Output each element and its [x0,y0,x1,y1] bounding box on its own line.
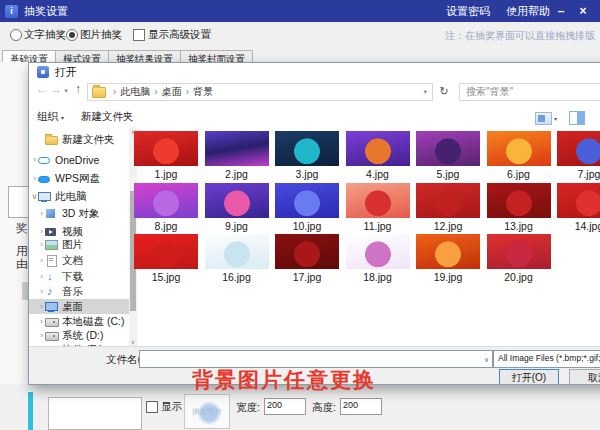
checkbox-advanced-settings[interactable] [133,29,145,41]
file-thumbnail[interactable] [275,131,339,166]
file-item[interactable]: 7.jpg [557,131,600,180]
file-item[interactable]: 19.jpg [416,234,480,283]
file-item[interactable]: 20.jpg [487,234,551,283]
file-thumbnail[interactable] [487,234,551,269]
radio-text-lottery-label[interactable]: 文字抽奖 [24,28,66,42]
search-input[interactable]: 搜索"背景" [459,83,600,101]
expander-icon[interactable]: › [38,227,45,236]
file-thumbnail[interactable] [346,131,410,166]
sidebar-item[interactable]: ›系统 (D:) [29,328,129,343]
file-item[interactable]: 4.jpg [346,131,410,180]
file-item[interactable]: 1.jpg [134,131,198,180]
radio-text-lottery[interactable] [10,29,22,41]
forward-button[interactable]: → [49,82,63,96]
organize-button[interactable]: 组织▾ [37,110,64,124]
filename-dropdown-icon[interactable]: ∨ [484,356,489,364]
back-button[interactable]: ← [35,82,49,96]
sidebar-item[interactable]: ›文档 [29,253,129,268]
file-thumbnail[interactable] [134,234,198,269]
file-item[interactable]: 17.jpg [275,234,339,283]
file-item[interactable]: 10.jpg [275,183,339,232]
titlebar-link[interactable]: 使用帮助 [506,4,550,19]
sidebar-item[interactable]: ›3D 对象 [29,206,129,221]
file-item[interactable]: 9.jpg [205,183,269,232]
new-folder-button[interactable]: 新建文件夹 [81,110,134,124]
history-dropdown-icon[interactable]: ▾ [62,87,70,95]
open-button[interactable]: 打开(O) [499,369,559,385]
expander-icon[interactable]: › [38,272,45,281]
radio-image-lottery[interactable] [66,29,78,41]
breadcrumb-item[interactable]: 背景 [193,86,213,97]
file-thumbnail[interactable] [346,183,410,218]
minimize-button[interactable]: – [550,4,572,18]
file-thumbnail[interactable] [275,183,339,218]
expander-icon[interactable]: › [31,174,38,183]
filetype-select[interactable]: All Image Files (*.bmp;*.gif;*. [493,350,600,368]
file-item[interactable]: 8.jpg [134,183,198,232]
file-item[interactable]: 6.jpg [487,131,551,180]
width-input[interactable]: 200 [264,398,306,415]
file-thumbnail[interactable] [205,234,269,269]
expander-icon[interactable]: › [38,240,45,249]
file-item[interactable]: 15.jpg [134,234,198,283]
sidebar-item[interactable]: ›图片 [29,237,129,252]
height-input[interactable]: 200 [340,398,382,415]
file-item[interactable]: 13.jpg [487,183,551,232]
sidebar-item[interactable]: 新建文件夹 [29,132,129,147]
cancel-button[interactable]: 取消 [569,369,600,385]
file-item[interactable]: 12.jpg [416,183,480,232]
show-checkbox[interactable] [146,401,158,413]
file-thumbnail[interactable] [134,183,198,218]
breadcrumb-dropdown-icon[interactable]: ▾ [423,88,427,96]
file-item[interactable]: 2.jpg [205,131,269,180]
lottery-image-button[interactable]: 抽奖图片 [184,394,230,429]
sidebar-item[interactable]: ›WPS网盘 [29,171,129,186]
expander-icon[interactable]: › [38,331,45,340]
show-checkbox-label[interactable]: 显示 [161,400,182,414]
close-button[interactable]: × [572,4,594,18]
refresh-icon[interactable]: ↻ [433,83,455,99]
file-item[interactable]: 5.jpg [416,131,480,180]
sidebar-item[interactable]: ›OneDrive [29,152,129,167]
checkbox-advanced-label[interactable]: 显示高级设置 [148,28,211,42]
expander-icon[interactable]: › [38,287,45,296]
sidebar-item[interactable]: ›本地磁盘 (C:) [29,314,129,329]
file-item[interactable]: 16.jpg [205,234,269,283]
expander-icon[interactable]: › [38,317,45,326]
file-item[interactable]: 11.jpg [346,183,410,232]
file-thumbnail[interactable] [205,183,269,218]
breadcrumb-item[interactable]: 此电脑 [120,86,150,97]
views-dropdown-icon[interactable]: ▾ [554,115,557,122]
file-thumbnail[interactable] [275,234,339,269]
sidebar-item[interactable]: ›桌面 [29,299,129,314]
titlebar-link[interactable]: 设置密码 [446,4,490,19]
expander-icon[interactable]: › [38,209,45,218]
expander-icon[interactable]: › [38,256,45,265]
sidebar-item[interactable]: ›下载 [29,269,129,284]
file-thumbnail[interactable] [416,234,480,269]
file-thumbnail[interactable] [487,183,551,218]
expander-icon[interactable]: ∨ [31,192,38,201]
file-item[interactable]: 14.jpg [557,183,600,232]
radio-image-lottery-label[interactable]: 图片抽奖 [80,28,122,42]
file-thumbnail[interactable] [416,131,480,166]
breadcrumb[interactable]: ›此电脑›桌面›背景 ▾ [87,83,433,101]
scroll-down-icon[interactable]: ∨ [129,338,137,345]
expander-icon[interactable]: › [31,155,38,164]
file-thumbnail[interactable] [205,131,269,166]
breadcrumb-item[interactable]: 桌面 [162,86,182,97]
preview-pane-icon[interactable] [569,111,585,125]
sidebar-item[interactable]: ›音乐 [29,284,129,299]
file-thumbnail[interactable] [134,131,198,166]
up-button[interactable]: ↑ [71,82,85,96]
file-thumbnail[interactable] [416,183,480,218]
file-thumbnail[interactable] [557,131,600,166]
file-thumbnail[interactable] [557,183,600,218]
views-icon[interactable] [535,112,552,125]
file-thumbnail[interactable] [346,234,410,269]
expander-icon[interactable]: › [38,302,45,311]
file-thumbnail[interactable] [487,131,551,166]
file-item[interactable]: 3.jpg [275,131,339,180]
file-item[interactable]: 18.jpg [346,234,410,283]
sidebar-item[interactable]: ∨此电脑 [29,189,129,204]
